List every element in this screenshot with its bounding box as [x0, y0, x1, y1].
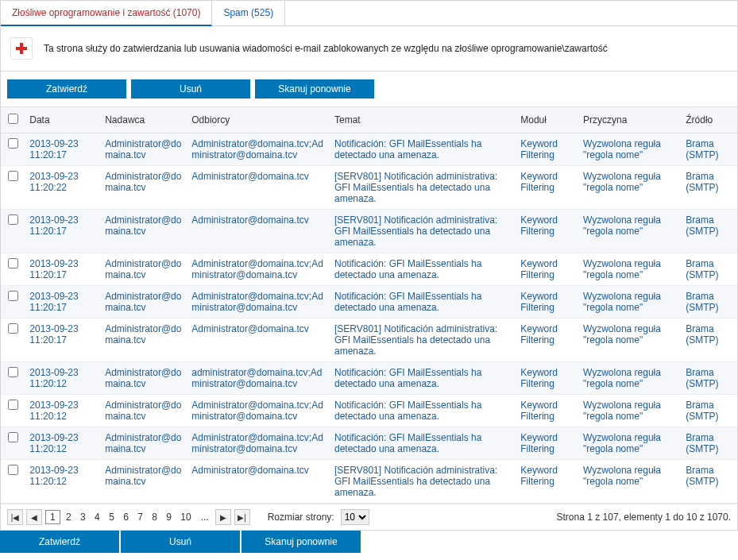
row-checkbox[interactable] — [8, 367, 18, 377]
rescan-button[interactable]: Skanuj ponownie — [255, 79, 374, 98]
row-checkbox[interactable] — [8, 291, 18, 301]
cell-sender: Administrator@domaina.tcv — [100, 210, 187, 253]
pager-page-7[interactable]: 7 — [134, 512, 146, 523]
cell-source: Brama (SMTP) — [681, 319, 737, 362]
cell-module: Keyword Filtering — [516, 362, 578, 395]
table-row[interactable]: 2013-09-23 11:20:17Administrator@domaina… — [1, 133, 737, 166]
pager-first-button[interactable]: |◀ — [7, 509, 23, 525]
cell-source: Brama (SMTP) — [681, 460, 737, 504]
table-row[interactable]: 2013-09-23 11:20:22Administrator@domaina… — [1, 166, 737, 210]
info-text: Ta strona służy do zatwierdzania lub usu… — [44, 43, 608, 54]
row-checkbox[interactable] — [8, 171, 18, 181]
header-reason[interactable]: Przyczyna — [578, 107, 681, 133]
pager-page-3[interactable]: 3 — [77, 512, 89, 523]
table-row[interactable]: 2013-09-23 11:20:12Administrator@domaina… — [1, 362, 737, 395]
cell-recipients: Administrator@domaina.tcv — [187, 210, 330, 253]
cell-sender: Administrator@domaina.tcv — [100, 133, 187, 166]
cell-date: 2013-09-23 11:20:12 — [25, 427, 100, 460]
row-checkbox[interactable] — [8, 432, 18, 442]
rescan-button-bottom[interactable]: Skanuj ponownie — [241, 531, 361, 553]
cell-source: Brama (SMTP) — [681, 362, 737, 395]
medical-cross-icon — [10, 37, 33, 60]
pager-page-5[interactable]: 5 — [106, 512, 118, 523]
pager-page-9[interactable]: 9 — [163, 512, 175, 523]
delete-button-bottom[interactable]: Usuń — [121, 531, 240, 553]
cell-sender: Administrator@domaina.tcv — [100, 319, 187, 362]
cell-reason: Wyzwolona reguła "regola nome" — [578, 427, 681, 460]
pager-status: Strona 1 z 107, elementy 1 do 10 z 1070. — [557, 512, 731, 523]
tab-spam[interactable]: Spam (525) — [212, 1, 285, 25]
row-checkbox[interactable] — [8, 258, 18, 268]
pager-page-10[interactable]: 10 — [177, 512, 194, 523]
approve-button[interactable]: Zatwierdź — [7, 79, 126, 98]
cell-source: Brama (SMTP) — [681, 166, 737, 210]
cell-reason: Wyzwolona reguła "regola nome" — [578, 460, 681, 504]
row-checkbox[interactable] — [8, 400, 18, 410]
cell-sender: Administrator@domaina.tcv — [100, 427, 187, 460]
cell-sender: Administrator@domaina.tcv — [100, 286, 187, 319]
table-row[interactable]: 2013-09-23 11:20:17Administrator@domaina… — [1, 210, 737, 253]
cell-recipients: Administrator@domaina.tcv;Administrator@… — [187, 133, 330, 166]
cell-subject: [SERV801] Notificación administrativa: G… — [330, 210, 516, 253]
header-subject[interactable]: Temat — [330, 107, 516, 133]
approve-button-bottom[interactable]: Zatwierdź — [0, 531, 119, 553]
table-row[interactable]: 2013-09-23 11:20:17Administrator@domaina… — [1, 253, 737, 286]
row-checkbox-cell — [1, 319, 25, 362]
row-checkbox[interactable] — [8, 214, 18, 225]
delete-button[interactable]: Usuń — [131, 79, 250, 98]
cell-date: 2013-09-23 11:20:12 — [25, 362, 100, 395]
pager-next-button[interactable]: ▶ — [215, 509, 231, 525]
cell-recipients: Administrator@domaina.tcv — [187, 319, 330, 362]
table-row[interactable]: 2013-09-23 11:20:17Administrator@domaina… — [1, 286, 737, 319]
header-module[interactable]: Moduł — [516, 107, 578, 133]
cell-module: Keyword Filtering — [516, 427, 578, 460]
pager-page-6[interactable]: 6 — [120, 512, 132, 523]
header-date[interactable]: Data — [25, 107, 100, 133]
cell-subject: Notificación: GFI MailEssentials ha dete… — [330, 427, 516, 460]
tab-malware[interactable]: Złośliwe oprogramowanie i zawartość (107… — [1, 1, 212, 26]
header-checkbox-cell — [1, 107, 25, 133]
select-all-checkbox[interactable] — [8, 114, 18, 124]
pager-last-button[interactable]: ▶| — [234, 509, 250, 525]
page-size-label: Rozmiar strony: — [268, 512, 334, 523]
page-size-select[interactable]: 10 — [341, 509, 369, 525]
pager: |◀ ◀ 1 2 3 4 5 6 7 8 9 10 ... ▶ ▶| Rozmi… — [1, 504, 737, 530]
row-checkbox[interactable] — [8, 323, 18, 334]
header-source[interactable]: Źródło — [681, 107, 737, 133]
row-checkbox[interactable] — [8, 138, 18, 149]
quarantine-table: Data Nadawca Odbiorcy Temat Moduł Przycz… — [1, 106, 737, 504]
table-row[interactable]: 2013-09-23 11:20:12Administrator@domaina… — [1, 460, 737, 504]
cell-date: 2013-09-23 11:20:22 — [25, 166, 100, 210]
cell-subject: [SERV801] Notificación administrativa: G… — [330, 166, 516, 210]
row-checkbox-cell — [1, 133, 25, 166]
pager-ellipsis[interactable]: ... — [198, 512, 212, 523]
cell-reason: Wyzwolona reguła "regola nome" — [578, 395, 681, 427]
toolbar-bottom: Zatwierdź Usuń Skanuj ponownie — [0, 531, 738, 553]
cell-recipients: Administrator@domaina.tcv;Administrator@… — [187, 427, 330, 460]
row-checkbox-cell — [1, 286, 25, 319]
header-sender[interactable]: Nadawca — [100, 107, 187, 133]
pager-page-8[interactable]: 8 — [149, 512, 160, 523]
table-row[interactable]: 2013-09-23 11:20:17Administrator@domaina… — [1, 319, 737, 362]
cell-reason: Wyzwolona reguła "regola nome" — [578, 362, 681, 395]
cell-source: Brama (SMTP) — [681, 210, 737, 253]
pager-page-1[interactable]: 1 — [45, 510, 60, 524]
cell-module: Keyword Filtering — [516, 210, 578, 253]
cell-subject: Notificación: GFI MailEssentials ha dete… — [330, 133, 516, 166]
table-row[interactable]: 2013-09-23 11:20:12Administrator@domaina… — [1, 427, 737, 460]
cell-module: Keyword Filtering — [516, 460, 578, 504]
pager-page-4[interactable]: 4 — [91, 512, 103, 523]
cell-subject: [SERV801] Notificación administrativa: G… — [330, 460, 516, 504]
cell-date: 2013-09-23 11:20:17 — [25, 133, 100, 166]
cell-module: Keyword Filtering — [516, 319, 578, 362]
cell-subject: Notificación: GFI MailEssentials ha dete… — [330, 395, 516, 427]
pager-page-2[interactable]: 2 — [63, 512, 75, 523]
cell-sender: Administrator@domaina.tcv — [100, 253, 187, 286]
cell-reason: Wyzwolona reguła "regola nome" — [578, 166, 681, 210]
cell-reason: Wyzwolona reguła "regola nome" — [578, 210, 681, 253]
row-checkbox-cell — [1, 460, 25, 504]
row-checkbox[interactable] — [8, 465, 18, 475]
header-recipients[interactable]: Odbiorcy — [187, 107, 330, 133]
pager-prev-button[interactable]: ◀ — [26, 509, 42, 525]
table-row[interactable]: 2013-09-23 11:20:12Administrator@domaina… — [1, 395, 737, 427]
